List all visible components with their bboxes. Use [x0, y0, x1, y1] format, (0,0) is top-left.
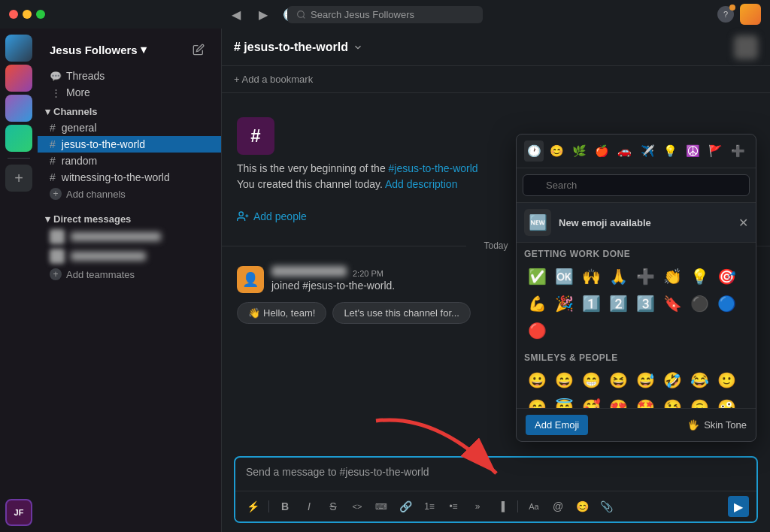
emoji-cell[interactable]: 😅	[632, 367, 658, 393]
user-avatar[interactable]: JF	[5, 499, 32, 526]
bold-button[interactable]: B	[275, 497, 295, 516]
emoji-cell[interactable]: 🤣	[659, 367, 685, 393]
emoji-cell[interactable]: 😆	[605, 367, 631, 393]
workspace-switcher-4[interactable]	[5, 125, 32, 152]
dm-header[interactable]: ▾ Direct messages	[38, 211, 221, 227]
add-channels-button[interactable]: + Add channels	[38, 186, 221, 202]
compose-button[interactable]	[188, 39, 209, 60]
emoji-cell[interactable]: 🙏	[605, 264, 631, 289]
emoji-cell[interactable]: 🆗	[551, 264, 577, 289]
emoji-cell[interactable]: 🙃	[687, 394, 712, 408]
help-button[interactable]: ?	[717, 6, 734, 23]
dm-item-1[interactable]	[38, 227, 221, 246]
emoji-tab-smileys[interactable]: 😊	[547, 141, 566, 162]
sidebar-item-jesus-to-the-world[interactable]: # jesus-to-the-world	[38, 136, 221, 153]
workspace-switcher-3[interactable]	[5, 95, 32, 122]
sidebar-item-threads[interactable]: 💬 Threads	[38, 68, 221, 84]
sidebar-item-general[interactable]: # general	[38, 119, 221, 136]
emoji-cell[interactable]: 😁	[578, 367, 604, 393]
sidebar-item-more[interactable]: ⋮ More	[38, 84, 221, 101]
emoji-cell[interactable]: 🙌	[578, 264, 604, 289]
emoji-cell[interactable]: ⚫	[687, 291, 712, 316]
back-button[interactable]: ◀	[226, 4, 247, 25]
emoji-cell[interactable]: 3️⃣	[632, 291, 658, 316]
chip-channel-use[interactable]: Let's use this channel for...	[332, 302, 471, 324]
message-input-field[interactable]: Send a message to #jesus-to-the-world	[235, 458, 756, 491]
emoji-cell[interactable]: 2️⃣	[605, 291, 631, 316]
emoji-cell[interactable]: 😀	[524, 367, 550, 393]
emoji-button[interactable]: 😊	[572, 497, 592, 516]
emoji-cell[interactable]: 🔵	[714, 291, 739, 316]
channel-title[interactable]: # jesus-to-the-world	[234, 41, 363, 54]
ordered-list-button[interactable]: 1≡	[420, 497, 439, 516]
minimize-button[interactable]	[23, 10, 32, 19]
workspace-switcher-1[interactable]	[5, 35, 32, 62]
add-teammates-button[interactable]: + Add teammates	[38, 266, 221, 283]
link-button[interactable]: 🔗	[396, 497, 415, 516]
forward-button[interactable]: ▶	[253, 4, 274, 25]
codeblock-button[interactable]: ⌨	[371, 497, 391, 516]
emoji-tab-travel[interactable]: 🚗	[615, 141, 635, 162]
emoji-cell[interactable]: 😇	[551, 394, 577, 408]
add-bookmark-button[interactable]: + Add a bookmark	[234, 74, 313, 85]
emoji-cell[interactable]: 🤩	[632, 394, 658, 408]
mention-button[interactable]: @	[548, 497, 568, 516]
emoji-tab-recent[interactable]: 🕐	[524, 141, 544, 162]
lightning-button[interactable]: ⚡	[243, 497, 262, 516]
sidebar-item-random[interactable]: # random	[38, 153, 221, 169]
emoji-cell[interactable]: 💡	[687, 264, 712, 289]
add-emoji-button[interactable]: Add Emoji	[526, 415, 588, 435]
emoji-tab-nature[interactable]: 🌿	[569, 141, 589, 162]
emoji-cell[interactable]: 😊	[524, 394, 550, 408]
add-workspace-button[interactable]: +	[5, 165, 32, 192]
emoji-cell[interactable]: 🔖	[659, 291, 685, 316]
send-button[interactable]: ▶	[728, 496, 749, 517]
emoji-tab-objects[interactable]: 💡	[660, 141, 680, 162]
add-icon: +	[50, 268, 62, 280]
emoji-cell[interactable]: 😘	[659, 394, 685, 408]
blockquote-button[interactable]: ▐	[492, 497, 511, 516]
emoji-cell[interactable]: 💪	[524, 291, 550, 316]
emoji-cell[interactable]: 🥰	[578, 394, 604, 408]
add-description-link[interactable]: Add description	[385, 178, 458, 190]
sidebar-item-witnessing[interactable]: # witnessing-to-the-world	[38, 169, 221, 186]
channels-header[interactable]: ▾ Channels	[38, 104, 221, 119]
emoji-tab-add[interactable]: ➕	[729, 141, 748, 162]
workspace-icon[interactable]	[740, 4, 761, 25]
unordered-list-button[interactable]: •≡	[444, 497, 463, 516]
channel-link[interactable]: #jesus-to-the-world	[389, 162, 478, 174]
emoji-cell[interactable]: 👏	[659, 264, 685, 289]
format-toggle-button[interactable]: Aa	[524, 497, 544, 516]
emoji-cell[interactable]: ✅	[524, 264, 550, 289]
italic-button[interactable]: I	[299, 497, 319, 516]
chip-hello[interactable]: 👋 Hello, team!	[237, 302, 326, 324]
emoji-tab-symbols[interactable]: ☮️	[683, 141, 702, 162]
emoji-cell[interactable]: 1️⃣	[578, 291, 604, 316]
maximize-button[interactable]	[36, 10, 45, 19]
indent-button[interactable]: »	[468, 497, 487, 516]
strikethrough-button[interactable]: S	[323, 497, 343, 516]
emoji-cell[interactable]: 🔴	[524, 318, 550, 343]
emoji-search-input[interactable]	[523, 174, 750, 196]
emoji-cell[interactable]: 🤪	[714, 394, 739, 408]
workspace-switcher-2[interactable]	[5, 65, 32, 92]
emoji-cell[interactable]: 🙂	[714, 367, 739, 393]
emoji-cell[interactable]: 🎯	[714, 264, 739, 289]
code-button[interactable]: <>	[347, 497, 367, 516]
attach-button[interactable]: 📎	[596, 497, 616, 516]
emoji-tab-food[interactable]: 🍎	[593, 141, 612, 162]
emoji-cell[interactable]: 🎉	[551, 291, 577, 316]
emoji-cell[interactable]: ➕	[632, 264, 658, 289]
emoji-tab-activities[interactable]: ✈️	[638, 141, 657, 162]
close-button[interactable]	[9, 10, 18, 19]
emoji-cell[interactable]: 😄	[551, 367, 577, 393]
search-bar[interactable]: Search Jesus Followers	[287, 6, 483, 23]
emoji-cell[interactable]: 😂	[687, 367, 712, 393]
emoji-scroll-area[interactable]: Getting Work Done ✅ 🆗 🙌 🙏 ➕ 👏 💡 🎯 💪 🎉 1️…	[517, 243, 756, 408]
skin-tone-button[interactable]: 🖐️ Skin Tone	[687, 419, 747, 431]
workspace-name[interactable]: Jesus Followers ▾	[50, 43, 147, 56]
emoji-tab-flags[interactable]: 🚩	[706, 141, 726, 162]
dm-item-2[interactable]	[38, 246, 221, 266]
emoji-notification-close[interactable]: ✕	[738, 216, 748, 230]
emoji-cell[interactable]: 😍	[605, 394, 631, 408]
